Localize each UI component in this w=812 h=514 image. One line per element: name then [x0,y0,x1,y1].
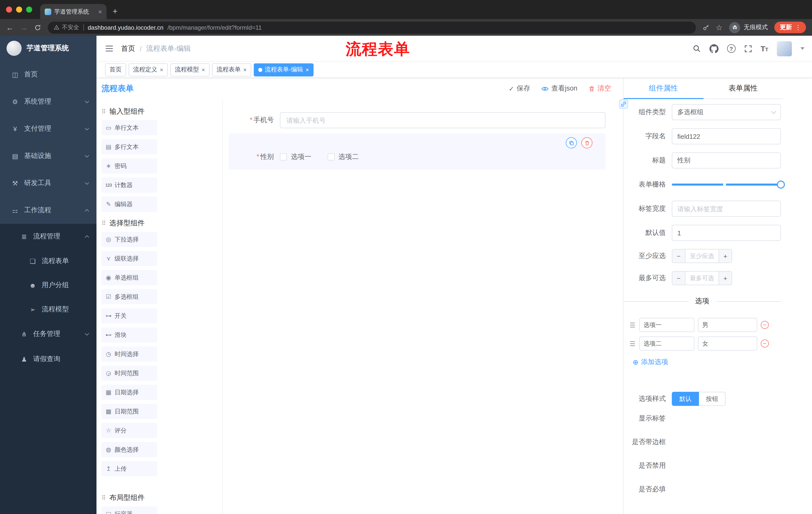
new-tab-button[interactable]: + [113,7,118,16]
font-size-icon[interactable]: TT [760,44,768,53]
sidebar-item-payment-management[interactable]: ¥ 支付管理 [0,115,96,142]
avatar-caret-icon[interactable] [801,47,805,50]
tab-form-props[interactable]: 表单属性 [703,78,783,99]
sidebar-item-process-management[interactable]: ≣ 流程管理 [0,224,96,249]
link-icon[interactable] [619,100,628,109]
sidebar-item-system-management[interactable]: ⚙ 系统管理 [0,88,96,115]
tab-component-props[interactable]: 组件属性 [624,78,703,99]
palette-item-password[interactable]: ∗密码 [102,158,157,173]
close-icon[interactable]: × [160,66,163,73]
help-icon[interactable]: ? [727,44,735,53]
close-window-button[interactable] [6,6,12,12]
slider-handle[interactable] [777,181,785,189]
clear-button[interactable]: 清空 [588,84,611,93]
checkbox-option-2[interactable]: 选项二 [327,153,359,161]
copy-component-button[interactable] [566,137,577,148]
sidebar-item-task-management[interactable]: ⋔ 任务管理 [0,321,96,347]
field-name-input[interactable] [672,128,781,144]
palette-item-time-picker[interactable]: ◷时间选择 [102,347,157,361]
form-canvas[interactable]: *手机号 [223,99,623,514]
palette-item-date-range[interactable]: ▩日期范围 [102,404,157,419]
sidebar-logo[interactable]: 芋道管理系统 [0,36,96,61]
palette-item-time-range[interactable]: ◶时间范围 [102,366,157,381]
palette-item-cascader[interactable]: ⋎级联选择 [102,251,157,266]
close-icon[interactable]: × [306,66,309,73]
breadcrumb-home[interactable]: 首页 [121,44,135,53]
delete-component-button[interactable] [581,137,592,148]
style-default-button[interactable]: 默认 [672,392,699,406]
sidebar-item-leave-query[interactable]: ♟ 请假查询 [0,347,96,372]
slider-track[interactable] [672,184,781,186]
min-select-value[interactable]: 至少应选 [685,249,719,263]
browser-tab[interactable]: 芋道管理系统 × [40,4,107,19]
tag-process-model[interactable]: 流程模型 × [170,63,209,76]
incognito-indicator[interactable]: 无痕模式 [729,22,768,33]
palette-item-date-picker[interactable]: ▦日期选择 [102,385,157,400]
zoom-window-button[interactable] [26,6,32,12]
sidebar-item-home[interactable]: ◫ 首页 [0,61,96,88]
option-value-input[interactable] [698,318,757,332]
browser-menu-icon[interactable]: ⋮ [795,24,802,31]
address-bar[interactable]: 不安全 dashboard.yudao.iocoder.cn /bpm/mana… [48,21,696,33]
avatar[interactable] [777,41,792,56]
tag-home[interactable]: 首页 [105,63,126,76]
tag-process-definition[interactable]: 流程定义 × [128,63,168,76]
sidebar-item-infrastructure[interactable]: ▤ 基础设施 [0,142,96,169]
github-icon[interactable] [709,44,718,53]
back-icon[interactable]: ← [6,24,13,31]
checkbox-icon[interactable] [327,154,335,160]
palette-item-select[interactable]: ◎下拉选择 [102,232,157,247]
canvas-gender-field-selected[interactable]: *性别 选项一 选项二 [229,133,606,169]
palette-item-multi-line-text[interactable]: ▤多行文本 [102,139,157,154]
sidebar-item-process-model[interactable]: ➢ 流程模型 [0,297,96,321]
sidebar-item-workflow[interactable]: ⚏ 工作流程 [0,197,96,224]
grid-slider[interactable] [672,177,781,193]
checkbox-option-1[interactable]: 选项一 [280,153,311,161]
forward-icon[interactable]: → [20,24,28,31]
close-icon[interactable]: × [243,66,247,73]
view-json-button[interactable]: 查看json [541,84,577,93]
option-label-input[interactable] [639,318,694,332]
palette-item-checkbox-group[interactable]: ☑多选框组 [102,289,157,304]
option-value-input[interactable] [698,336,757,351]
close-icon[interactable]: × [202,66,205,73]
decrease-button[interactable]: − [672,272,685,285]
increase-button[interactable]: + [719,249,732,263]
browser-update-button[interactable]: 更新 ⋮ [774,22,806,33]
bookmark-star-icon[interactable]: ☆ [716,24,723,31]
security-warning[interactable]: 不安全 [54,24,79,31]
save-button[interactable]: ✓ 保存 [509,84,530,93]
remove-option-button[interactable]: − [760,321,768,329]
palette-item-editor[interactable]: ✎编辑器 [102,197,157,212]
drag-handle-icon[interactable]: ☰ [630,321,635,329]
title-input[interactable] [672,153,781,168]
palette-item-counter[interactable]: 123计数器 [102,178,157,193]
drag-handle-icon[interactable]: ☰ [630,340,635,347]
password-key-icon[interactable] [702,24,709,31]
remove-option-button[interactable]: − [760,340,768,348]
option-label-input[interactable] [639,336,694,351]
palette-item-color-picker[interactable]: ◍颜色选择 [102,442,157,457]
phone-input[interactable] [280,112,606,128]
reload-icon[interactable] [34,24,41,31]
palette-item-upload[interactable]: ↥上传 [102,461,157,476]
max-select-value[interactable]: 最多可选 [685,272,719,285]
canvas-phone-field[interactable]: *手机号 [229,112,606,128]
label-width-input[interactable] [672,201,781,217]
palette-item-switch[interactable]: ⊶开关 [102,308,157,323]
sidebar-item-process-form[interactable]: ❏ 流程表单 [0,249,96,273]
tab-close-icon[interactable]: × [98,8,102,15]
sidebar-item-devtools[interactable]: ⚒ 研发工具 [0,169,96,197]
sidebar-collapse-icon[interactable] [105,45,114,52]
component-type-select[interactable]: 多选框组 [672,104,781,120]
tag-process-form[interactable]: 流程表单 × [212,63,251,76]
tag-process-form-edit[interactable]: 流程表单-编辑 × [254,63,314,76]
increase-button[interactable]: + [719,272,732,285]
search-icon[interactable] [692,44,701,53]
palette-item-single-line-text[interactable]: ▭单行文本 [102,120,157,135]
default-value-input[interactable] [672,225,781,241]
checkbox-icon[interactable] [280,154,287,160]
fullscreen-icon[interactable] [744,45,752,53]
palette-item-rate[interactable]: ☆评分 [102,423,157,438]
sidebar-item-user-group[interactable]: ☻ 用户分组 [0,273,96,297]
